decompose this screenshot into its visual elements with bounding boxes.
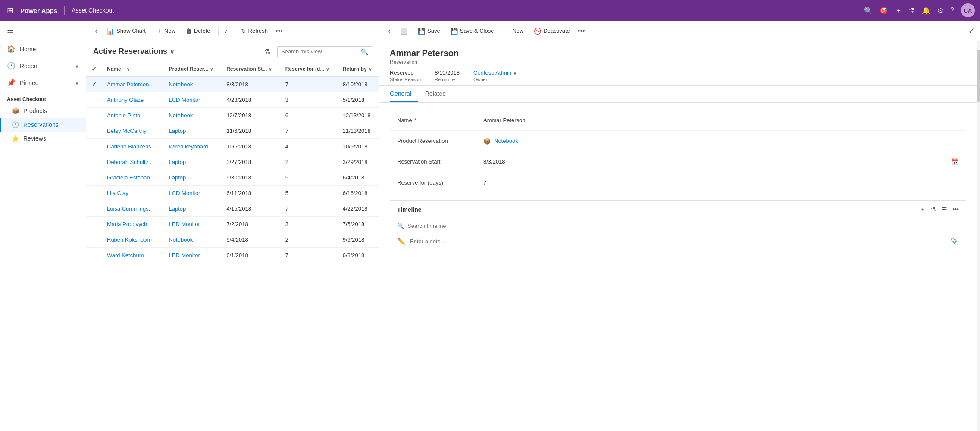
detail-more-icon[interactable]: ••• xyxy=(576,25,587,38)
back-button[interactable]: ‹ xyxy=(91,25,101,37)
save-close-button[interactable]: 💾 Save & Close xyxy=(446,25,498,37)
help-icon[interactable]: ? xyxy=(950,6,954,14)
view-filter-icon[interactable]: ⚗ xyxy=(263,46,272,57)
detail-new-button[interactable]: ＋ New xyxy=(500,25,528,38)
row-check[interactable] xyxy=(86,186,102,201)
search-input[interactable] xyxy=(281,48,358,55)
row-check[interactable] xyxy=(86,108,102,123)
cmd-chevron-icon[interactable]: ∨ xyxy=(222,25,229,37)
attach-icon[interactable]: 📎 xyxy=(950,237,959,245)
row-product[interactable]: Notebook xyxy=(163,232,221,248)
table-row[interactable]: Betsy McCarthy Laptop 11/6/2018 7 11/13/… xyxy=(86,123,379,139)
table-row[interactable]: Ruben Kokshoorn Notebook 9/4/2018 2 9/6/… xyxy=(86,232,379,248)
delete-button[interactable]: 🗑 Delete xyxy=(182,25,215,37)
view-title-chevron-icon[interactable]: ∨ xyxy=(170,48,174,55)
save-button[interactable]: 💾 Save xyxy=(413,25,445,37)
row-name[interactable]: Carlene Blankens‥ xyxy=(102,139,163,154)
table-row[interactable]: Maria Popovych LED Monitor 7/2/2018 3 7/… xyxy=(86,217,379,232)
row-name[interactable]: Ruben Kokshoorn xyxy=(102,232,163,248)
grid-icon[interactable]: ⊞ xyxy=(5,4,15,17)
avatar[interactable]: CA xyxy=(961,3,975,17)
row-product[interactable]: LED Monitor xyxy=(163,248,221,263)
tab-related[interactable]: Related xyxy=(425,86,453,102)
row-check[interactable] xyxy=(86,154,102,170)
row-check[interactable] xyxy=(86,92,102,108)
product-th-content[interactable]: Product Reser... ∨ xyxy=(169,66,216,72)
name-th-content[interactable]: Name ↑ ∨ xyxy=(107,66,158,72)
days-th-content[interactable]: Reserve for (d... ∨ xyxy=(285,66,332,72)
hamburger-icon[interactable]: ☰ xyxy=(0,21,86,41)
row-product[interactable]: LCD Monitor xyxy=(163,186,221,201)
row-name[interactable]: Lila Clay xyxy=(102,186,163,201)
expand-button[interactable]: ⬜ xyxy=(396,25,412,37)
refresh-button[interactable]: ↻ Refresh xyxy=(237,25,272,37)
row-check[interactable] xyxy=(86,248,102,263)
row-product[interactable]: Laptop xyxy=(163,170,221,186)
product-col-chevron-icon[interactable]: ∨ xyxy=(210,67,213,72)
list-new-button[interactable]: ＋ New xyxy=(152,25,180,38)
row-product[interactable]: LCD Monitor xyxy=(163,92,221,108)
deactivate-button[interactable]: 🚫 Deactivate xyxy=(529,25,574,37)
timeline-add-icon[interactable]: ＋ xyxy=(920,206,926,214)
sidebar-item-reviews[interactable]: ⭐ Reviews xyxy=(0,132,86,145)
filter-icon[interactable]: ⚗ xyxy=(909,6,915,15)
table-row[interactable]: Anthony Glaze LCD Monitor 4/28/2018 3 5/… xyxy=(86,92,379,108)
row-product[interactable]: Laptop xyxy=(163,123,221,139)
row-name[interactable]: Antonio Pinto xyxy=(102,108,163,123)
bell-icon[interactable]: 🔔 xyxy=(922,6,930,15)
table-row[interactable]: Ward Ketchum LED Monitor 6/1/2018 7 6/8/… xyxy=(86,248,379,263)
timeline-search-input[interactable] xyxy=(407,223,959,229)
sidebar-item-pinned[interactable]: 📌 Pinned ∨ xyxy=(0,74,86,91)
row-check[interactable] xyxy=(86,217,102,232)
name-col-chevron-icon[interactable]: ∨ xyxy=(127,67,130,72)
row-name[interactable]: Ammar Peterson.. xyxy=(102,76,163,92)
sidebar-item-recent[interactable]: 🕐 Recent ∨ xyxy=(0,57,86,74)
table-row[interactable]: Carlene Blankens‥ Wired keyboard 10/5/20… xyxy=(86,139,379,154)
detail-back-button[interactable]: ‹ xyxy=(385,25,394,37)
row-check[interactable]: ✓ xyxy=(86,76,102,92)
calendar-icon[interactable]: 📅 xyxy=(952,158,959,165)
check-all-icon[interactable]: ✓ xyxy=(91,66,97,72)
tab-general[interactable]: General xyxy=(390,86,418,102)
table-row[interactable]: Luisa Cummings.. Laptop 4/15/2018 7 4/22… xyxy=(86,201,379,217)
table-row[interactable]: Graciela Esteban.. Laptop 5/30/2018 5 6/… xyxy=(86,170,379,186)
row-check[interactable] xyxy=(86,232,102,248)
target-icon[interactable]: 🎯 xyxy=(880,6,888,15)
returnby-th-content[interactable]: Return by ∨ xyxy=(343,66,374,72)
timeline-filter-icon[interactable]: ⚗ xyxy=(931,206,936,214)
returnby-col-chevron-icon[interactable]: ∨ xyxy=(369,67,372,72)
row-name[interactable]: Maria Popovych xyxy=(102,217,163,232)
table-row[interactable]: Lila Clay LCD Monitor 6/11/2018 5 6/16/2… xyxy=(86,186,379,201)
row-name[interactable]: Anthony Glaze xyxy=(102,92,163,108)
table-row[interactable]: Deborah Schultz.. Laptop 3/27/2018 2 3/2… xyxy=(86,154,379,170)
start-th-content[interactable]: Reservation St... ∨ xyxy=(226,66,275,72)
row-name[interactable]: Ward Ketchum xyxy=(102,248,163,263)
row-product[interactable]: Notebook xyxy=(163,76,221,92)
product-field-value[interactable]: 📦 Notebook xyxy=(483,138,959,145)
show-chart-button[interactable]: 📊 Show Chart xyxy=(103,25,150,37)
timeline-note-input[interactable] xyxy=(410,238,946,245)
row-check[interactable] xyxy=(86,201,102,217)
owner-value[interactable]: Contoso Admin xyxy=(473,69,511,76)
start-col-chevron-icon[interactable]: ∨ xyxy=(269,67,272,72)
row-name[interactable]: Luisa Cummings.. xyxy=(102,201,163,217)
row-check[interactable] xyxy=(86,170,102,186)
row-name[interactable]: Graciela Esteban.. xyxy=(102,170,163,186)
row-product[interactable]: Wired keyboard xyxy=(163,139,221,154)
row-product[interactable]: LED Monitor xyxy=(163,217,221,232)
row-check[interactable] xyxy=(86,123,102,139)
timeline-more-icon[interactable]: ••• xyxy=(952,206,959,214)
owner-chevron-icon[interactable]: ∨ xyxy=(513,70,517,76)
row-product[interactable]: Notebook xyxy=(163,108,221,123)
row-product[interactable]: Laptop xyxy=(163,201,221,217)
add-icon[interactable]: ＋ xyxy=(895,6,902,15)
scroll-thumb[interactable] xyxy=(977,50,980,102)
days-col-chevron-icon[interactable]: ∨ xyxy=(326,67,329,72)
sidebar-item-products[interactable]: 📦 Products xyxy=(0,104,86,118)
search-icon[interactable]: 🔍 xyxy=(864,6,873,15)
row-name[interactable]: Deborah Schultz.. xyxy=(102,154,163,170)
search-box-icon[interactable]: 🔍 xyxy=(361,48,368,55)
row-name[interactable]: Betsy McCarthy xyxy=(102,123,163,139)
more-options-icon[interactable]: ••• xyxy=(274,25,285,38)
table-row[interactable]: Antonio Pinto Notebook 12/7/2018 6 12/13… xyxy=(86,108,379,123)
